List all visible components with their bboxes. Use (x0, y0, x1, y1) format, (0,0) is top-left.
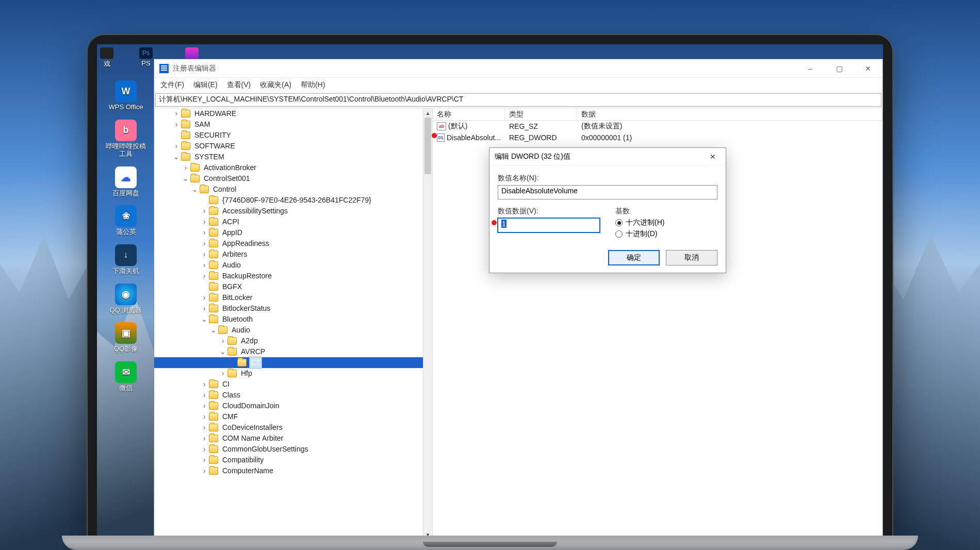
tree-node[interactable]: ›Audio (154, 260, 423, 271)
close-button[interactable]: ✕ (854, 59, 883, 78)
chevron-right-icon[interactable]: › (219, 336, 226, 346)
tree-node[interactable]: ›BitLocker (154, 292, 423, 303)
tree-node[interactable]: ›AppReadiness (154, 238, 423, 249)
tree-node[interactable]: ›HARDWARE (154, 108, 423, 119)
tree-node[interactable]: ›SOFTWARE (154, 141, 423, 152)
col-data[interactable]: 数据 (577, 108, 883, 120)
chevron-right-icon[interactable]: › (201, 238, 208, 249)
chevron-right-icon[interactable]: › (201, 227, 208, 238)
list-row[interactable]: 01DisableAbsolut...REG_DWORD0x00000001 (… (433, 132, 883, 143)
chevron-right-icon[interactable]: › (201, 216, 208, 227)
titlebar[interactable]: 注册表编辑器 – ▢ ✕ (154, 59, 883, 78)
tree-node[interactable]: ›CoDeviceInstallers (154, 422, 423, 433)
tree-node[interactable]: ›BitlockerStatus (154, 303, 423, 314)
chevron-right-icon[interactable]: › (201, 433, 208, 444)
minimize-button[interactable]: – (796, 59, 825, 78)
chevron-right-icon[interactable]: › (201, 379, 208, 390)
chevron-right-icon[interactable]: › (173, 141, 180, 152)
menu-edit[interactable]: 编辑(E) (193, 80, 218, 90)
address-bar[interactable]: 计算机\HKEY_LOCAL_MACHINE\SYSTEM\ControlSet… (155, 93, 881, 107)
chevron-down-icon[interactable]: ⌄ (219, 346, 226, 357)
chevron-down-icon[interactable]: ⌄ (210, 325, 217, 336)
desktop-icon-qqbrowser[interactable]: ◉ QQ 浏览器 (103, 284, 149, 314)
chevron-right-icon[interactable]: › (201, 260, 208, 271)
dialog-close-button[interactable]: ✕ (705, 149, 721, 164)
desktop-icon-baidu[interactable]: ☁ 百度网盘 (103, 166, 149, 197)
tree-node[interactable]: ⌄Audio (154, 325, 423, 336)
menu-fav[interactable]: 收藏夹(A) (260, 80, 291, 90)
chevron-right-icon[interactable]: › (201, 271, 208, 281)
tree-node[interactable]: {7746D80F-97E0-4E26-9543-26B41FC22F79} (154, 195, 423, 206)
tree-node[interactable]: ⌄AVRCP (154, 346, 423, 357)
desktop-icon-pgy[interactable]: ❀ 蒲公英 (103, 205, 149, 236)
desktop-icon-wps[interactable]: W WPS Office (103, 80, 149, 111)
tree-node[interactable]: ›CloudDomainJoin (154, 401, 423, 411)
chevron-right-icon[interactable]: › (201, 390, 208, 401)
tree-node[interactable]: ›ComputerName (154, 465, 423, 476)
value-data-input[interactable]: 1 (498, 218, 600, 232)
menu-help[interactable]: 帮助(H) (301, 80, 325, 90)
ok-button[interactable]: 确定 (608, 250, 660, 265)
radio-hex[interactable]: 十六进制(H) (615, 218, 717, 227)
tree-node[interactable]: ›CI (154, 379, 423, 390)
chevron-right-icon[interactable]: › (219, 368, 226, 379)
list-header[interactable]: 名称 类型 数据 (433, 108, 883, 121)
tree-node[interactable]: ›CMF (154, 411, 423, 422)
tree-node[interactable]: CT (154, 357, 423, 368)
tree-node[interactable]: ⌄SYSTEM (154, 152, 423, 162)
tree-node[interactable]: ⌄Control (154, 184, 423, 195)
desktop-icon-wechat[interactable]: ✉ 微信 (103, 361, 149, 392)
dialog-titlebar[interactable]: 编辑 DWORD (32 位)值 ✕ (489, 148, 726, 165)
chevron-down-icon[interactable]: ⌄ (191, 184, 199, 195)
chevron-right-icon[interactable]: › (201, 444, 208, 455)
tree-node[interactable]: ›COM Name Arbiter (154, 433, 423, 444)
desktop-icon-ps[interactable]: Ps PS (139, 47, 153, 69)
chevron-right-icon[interactable]: › (182, 162, 189, 173)
desktop-icon-xi[interactable]: 戏 (100, 47, 113, 69)
tree-node[interactable]: ›Arbiters (154, 249, 423, 260)
col-type[interactable]: 类型 (505, 108, 577, 120)
chevron-down-icon[interactable]: ⌄ (173, 152, 180, 162)
chevron-right-icon[interactable]: › (201, 303, 208, 314)
chevron-right-icon[interactable]: › (201, 401, 208, 411)
cancel-button[interactable]: 取消 (666, 250, 717, 265)
tree-node[interactable]: ›CommonGlobUserSettings (154, 444, 423, 455)
chevron-right-icon[interactable]: › (173, 119, 180, 130)
col-name[interactable]: 名称 (433, 108, 505, 120)
tree-node[interactable]: SECURITY (154, 130, 423, 141)
tree-node[interactable]: ›Hfp (154, 368, 423, 379)
maximize-button[interactable]: ▢ (825, 59, 854, 78)
tree-node[interactable]: BGFX (154, 281, 423, 292)
radio-dec[interactable]: 十进制(D) (615, 229, 717, 239)
chevron-right-icon[interactable]: › (201, 422, 208, 433)
chevron-down-icon[interactable]: ⌄ (201, 314, 208, 325)
desktop-icon-slide[interactable]: ↓ 下滑关机 (103, 244, 149, 275)
desktop-icon-qqimage[interactable]: ▣ QQ影像 (103, 322, 149, 353)
scroll-thumb[interactable] (424, 118, 431, 174)
tree-node[interactable]: ›SAM (154, 119, 423, 130)
tree-node[interactable]: ›ActivationBroker (154, 162, 423, 173)
registry-tree[interactable]: ›HARDWARE›SAMSECURITY›SOFTWARE⌄SYSTEM›Ac… (154, 108, 423, 476)
menu-file[interactable]: 文件(F) (160, 80, 184, 90)
chevron-right-icon[interactable]: › (201, 455, 208, 465)
tree-node[interactable]: ›AccessibilitySettings (154, 206, 423, 216)
chevron-right-icon[interactable]: › (201, 249, 208, 260)
tree-node[interactable]: ›A2dp (154, 336, 423, 346)
chevron-right-icon[interactable]: › (201, 292, 208, 303)
tree-node[interactable]: ›AppID (154, 227, 423, 238)
chevron-right-icon[interactable]: › (201, 206, 208, 216)
tree-node[interactable]: ⌄ControlSet001 (154, 173, 423, 184)
desktop-icon-bili[interactable]: b 哔哩哔哩投稿工具 (103, 120, 149, 158)
tree-node[interactable]: ›ACPI (154, 216, 423, 227)
value-name-input[interactable]: DisableAbsoluteVolume (498, 185, 717, 199)
tree-node[interactable]: ›BackupRestore (154, 271, 423, 281)
menu-view[interactable]: 查看(V) (227, 80, 251, 90)
tree-node[interactable]: ›Compatibility (154, 455, 423, 465)
tree-node[interactable]: ⌄Bluetooth (154, 314, 423, 325)
chevron-right-icon[interactable]: › (201, 411, 208, 422)
tree-scrollbar[interactable]: ▲ ▼ (423, 108, 432, 539)
scroll-up-icon[interactable]: ▲ (423, 108, 432, 118)
chevron-right-icon[interactable]: › (173, 108, 180, 119)
chevron-down-icon[interactable]: ⌄ (182, 173, 189, 184)
list-row[interactable]: ab(默认)REG_SZ(数值未设置) (433, 121, 883, 132)
